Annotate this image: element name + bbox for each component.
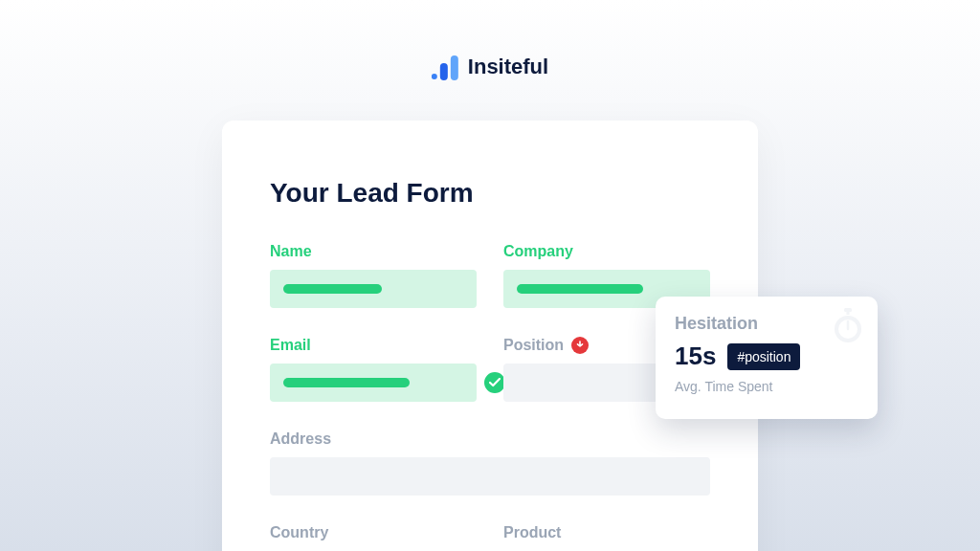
label-country: Country: [270, 524, 477, 541]
brand-name: Insiteful: [468, 55, 548, 79]
label-product: Product: [503, 524, 710, 541]
label-name: Name: [270, 243, 477, 260]
field-product: Product: [503, 524, 710, 551]
field-country: Country: [270, 524, 477, 551]
fill-bar: [283, 378, 410, 387]
field-name: Name: [270, 243, 477, 308]
svg-rect-2: [451, 55, 458, 80]
form-title: Your Lead Form: [270, 178, 710, 209]
label-address: Address: [270, 430, 710, 448]
brand-mark-icon: [432, 54, 460, 80]
hesitation-tooltip: Hesitation 15s #position Avg. Time Spent: [656, 297, 878, 419]
tooltip-value: 15s: [675, 342, 716, 371]
svg-point-0: [432, 74, 437, 79]
svg-rect-1: [440, 63, 448, 80]
label-position-text: Position: [503, 337, 564, 354]
tooltip-selector-chip: #position: [727, 343, 800, 370]
tooltip-subtext: Avg. Time Spent: [675, 379, 858, 394]
field-email: Email: [270, 337, 477, 402]
svg-rect-4: [847, 311, 850, 315]
error-icon: [571, 337, 589, 354]
fill-bar: [283, 284, 382, 294]
field-address: Address: [270, 430, 710, 496]
label-email: Email: [270, 337, 477, 354]
fill-bar: [517, 284, 643, 294]
input-address[interactable]: [270, 457, 710, 496]
input-email[interactable]: [270, 364, 477, 402]
brand-logo: Insiteful: [432, 54, 548, 80]
label-company: Company: [503, 243, 710, 260]
input-name[interactable]: [270, 270, 477, 308]
check-icon: [484, 372, 505, 393]
stopwatch-icon: [832, 308, 864, 348]
